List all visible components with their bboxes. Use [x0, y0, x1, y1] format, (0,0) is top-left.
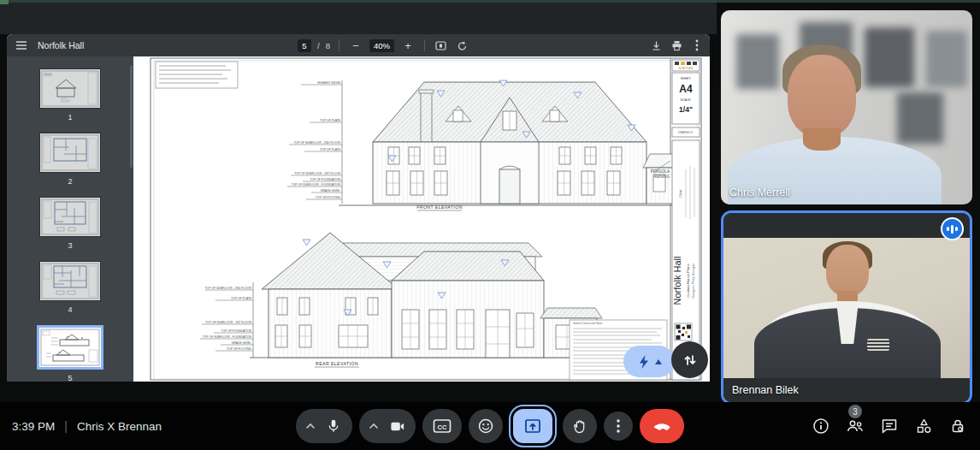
more-controls-button[interactable]	[604, 412, 633, 441]
pdf-page-canvas[interactable]: HIGHEST RIDGE TOP OF PLATE TOP OF SUBFLO…	[133, 56, 710, 382]
title-block: HOME PLANS SHEET: A4 SCALE: 1/4" DRAWING…	[672, 60, 700, 380]
thumbnail-page-4[interactable]: 4	[39, 261, 101, 314]
dim-label: TOP OF SUBFLOOR - FOUNDATION	[203, 335, 252, 339]
zoom-in-button[interactable]: +	[400, 38, 416, 53]
background-frame	[865, 27, 914, 87]
participant-tile-chris[interactable]: Chris Merrell	[721, 10, 972, 204]
designer-vertical: Designer: Philip Donegan	[692, 263, 695, 299]
sheet-number: A4	[679, 83, 693, 95]
pdf-viewer-window: Norfolk Hall 5 / 8 − 40% +	[7, 34, 710, 382]
thumbnail-page-5-selected[interactable]: 5	[37, 325, 103, 382]
project-subtitle-vertical: Custom House Plans	[686, 263, 690, 297]
rotate-icon[interactable]	[455, 38, 470, 53]
vest-logo	[867, 339, 889, 351]
present-screen-button-active[interactable]	[513, 409, 552, 443]
drawing-id-label: DRAWING ID:	[678, 131, 694, 134]
mic-options-chevron[interactable]	[301, 409, 320, 443]
background-frame	[897, 92, 943, 144]
fit-page-icon[interactable]	[434, 38, 449, 53]
mic-button[interactable]	[320, 409, 347, 443]
page-number-input[interactable]: 5	[298, 39, 311, 52]
captions-icon: CC	[433, 418, 452, 434]
more-options-icon[interactable]	[689, 38, 705, 53]
chat-icon	[881, 417, 898, 435]
thumbnail-sidebar: 1 2 3	[7, 56, 133, 382]
annotation-zap-button[interactable]	[623, 346, 675, 377]
swap-presentation-button[interactable]	[671, 341, 708, 378]
dim-label: TOP OF PLATE	[231, 297, 252, 300]
thumbnail-page-1[interactable]: 1	[39, 68, 101, 121]
page-separator: /	[317, 41, 320, 50]
camera-control-group	[359, 409, 416, 443]
pergola-label: AWNING	[653, 175, 670, 179]
present-icon	[524, 418, 541, 434]
call-end-icon	[652, 422, 671, 430]
notes-title: General Construction Notes	[573, 322, 603, 325]
thumbnail-image	[39, 197, 101, 237]
thumbnail-page-3[interactable]: 3	[39, 197, 101, 250]
participants-button[interactable]: 3	[845, 416, 865, 436]
project-title-vertical: Norfolk Hall	[672, 257, 682, 305]
caret-up-icon	[655, 359, 662, 364]
person-head	[788, 55, 856, 137]
chat-button[interactable]	[879, 416, 900, 436]
presentation-stage: Norfolk Hall 5 / 8 − 40% +	[0, 0, 717, 402]
print-icon[interactable]	[669, 38, 684, 53]
page-total: 8	[326, 41, 330, 50]
thumbnail-number: 5	[68, 374, 72, 382]
dim-label: GRADE LEVEL	[231, 341, 251, 345]
dim-label: TOP OF FOOTING	[316, 196, 340, 199]
zoom-level[interactable]: 40%	[369, 39, 394, 52]
divider: |	[64, 419, 68, 433]
client-label: Client:	[679, 189, 682, 198]
camera-icon	[389, 418, 405, 435]
captions-button[interactable]: CC	[422, 409, 462, 443]
thumbnail-image	[39, 133, 101, 173]
google-meet-window: Norfolk Hall 5 / 8 − 40% +	[0, 0, 980, 450]
meeting-details-button[interactable]	[811, 416, 831, 436]
participant-name: Chris Merrell	[729, 187, 790, 198]
dim-label: TOP OF FOOTING	[227, 347, 251, 351]
thumbnail-image	[39, 68, 101, 109]
thumbnail-number: 3	[68, 241, 72, 250]
person-head	[826, 245, 869, 296]
pergola-label: PERGOLA	[651, 169, 670, 174]
raise-hand-button[interactable]	[563, 409, 597, 443]
hand-icon	[572, 418, 587, 435]
background-frame	[926, 31, 967, 87]
letterbox-top	[723, 213, 970, 238]
activities-button[interactable]	[913, 416, 934, 436]
host-controls-button[interactable]	[948, 416, 968, 436]
participant-tiles: Chris Merrell Brennan Bilek	[721, 0, 972, 402]
dim-label: TOP OF PLATE	[320, 119, 341, 122]
general-notes-box	[156, 62, 238, 88]
dim-label: TOP OF SUBFLOOR - 1ST FLOOR	[294, 172, 340, 175]
leave-call-button[interactable]	[640, 409, 684, 443]
meeting-name: Chris X Brennan	[77, 420, 162, 433]
download-icon[interactable]	[648, 38, 664, 53]
pdf-toolbar: Norfolk Hall 5 / 8 − 40% +	[7, 34, 710, 56]
thumbnail-number: 2	[68, 177, 72, 186]
scale-value: 1/4"	[679, 105, 693, 114]
svg-text:CC: CC	[438, 423, 447, 431]
background-frame	[736, 34, 779, 89]
clock-time: 3:39 PM	[12, 420, 55, 433]
architectural-drawing: HIGHEST RIDGE TOP OF PLATE TOP OF SUBFLO…	[133, 56, 710, 382]
reactions-button[interactable]	[469, 409, 503, 443]
thumbnail-image	[37, 325, 103, 370]
qr-code	[675, 323, 692, 340]
mic-control-group	[296, 409, 352, 443]
sidebar-scrollbar[interactable]	[130, 65, 133, 168]
camera-button[interactable]	[383, 409, 410, 443]
zoom-out-button[interactable]: −	[348, 38, 363, 53]
dim-label: TOP OF SUBFLOOR - 2ND FLOOR	[293, 141, 340, 145]
dim-label: TOP OF PLATE	[320, 148, 341, 151]
lightning-icon	[637, 354, 651, 370]
person-neck	[803, 128, 841, 151]
participant-tile-brennan-speaking[interactable]: Brennan Bilek	[721, 210, 972, 405]
thumbnail-page-2[interactable]: 2	[39, 133, 101, 186]
pdf-document-title: Norfolk Hall	[38, 40, 84, 50]
camera-options-chevron[interactable]	[364, 409, 383, 443]
menu-icon[interactable]	[14, 38, 29, 53]
dim-label: TOP OF SUBFLOOR - 2ND FLOOR	[204, 287, 251, 290]
